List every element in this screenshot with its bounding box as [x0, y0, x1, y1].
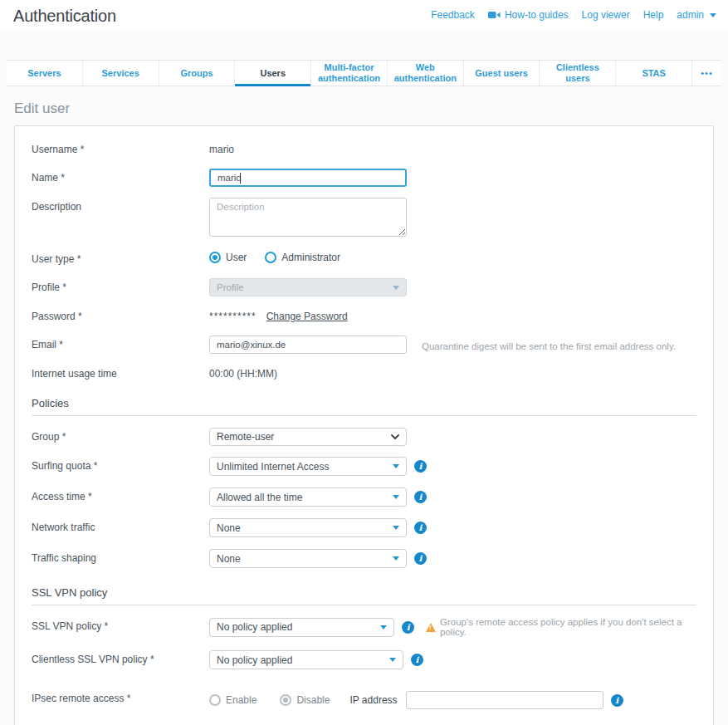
traffic-shaping-value: None: [217, 553, 241, 565]
video-camera-icon: [488, 11, 501, 19]
ipsec-disable-radio: Disable: [280, 694, 330, 706]
email-label: Email *: [32, 336, 209, 350]
password-label: Password *: [32, 307, 209, 322]
network-traffic-dropdown[interactable]: None: [209, 518, 407, 537]
profile-placeholder: Profile: [217, 282, 244, 292]
internet-usage-row: Internet usage time 00:00 (HH:MM): [32, 365, 696, 382]
tab-guest-users[interactable]: Guest users: [463, 61, 540, 86]
radio-icon: [280, 694, 291, 706]
name-input[interactable]: [209, 169, 407, 187]
ipsec-enable-radio: Enable: [209, 694, 257, 706]
help-link[interactable]: Help: [643, 9, 664, 21]
surfing-quota-label: Surfing quota *: [32, 457, 209, 472]
user-type-user-radio[interactable]: User: [209, 252, 247, 263]
username-label: Username *: [32, 140, 209, 155]
tab-servers[interactable]: Servers: [7, 61, 82, 86]
ipsec-remote-access-row: IPsec remote access * Enable Disable IP …: [32, 689, 696, 709]
radio-icon: [209, 694, 221, 706]
howto-guides-link[interactable]: How-to guides: [488, 9, 569, 21]
tab-multi-factor-authentication[interactable]: Multi-factor authentication: [310, 61, 387, 86]
username-value: mario: [209, 140, 234, 155]
password-row: Password * ********** Change Password: [32, 307, 696, 325]
traffic-shaping-dropdown[interactable]: None: [209, 549, 407, 568]
info-icon[interactable]: [411, 654, 423, 666]
email-row: Email * Quarantine digest will be sent t…: [32, 336, 696, 354]
username-row: Username * mario: [32, 140, 696, 158]
info-icon[interactable]: [611, 694, 623, 707]
description-textarea[interactable]: [209, 198, 407, 237]
radio-icon: [209, 252, 221, 263]
chevron-down-icon: [393, 286, 399, 290]
info-icon[interactable]: [402, 621, 414, 634]
profile-label: Profile *: [32, 278, 209, 293]
clientless-ssl-vpn-policy-row: Clientless SSL VPN policy * No policy ap…: [32, 650, 696, 669]
surfing-quota-dropdown[interactable]: Unlimited Internet Access: [209, 457, 407, 476]
warning-icon: [426, 623, 436, 632]
info-icon[interactable]: [414, 522, 427, 534]
profile-select: Profile: [209, 278, 407, 296]
network-traffic-row: Network traffic None: [32, 518, 696, 537]
access-time-label: Access time *: [32, 487, 209, 502]
tab-services[interactable]: Services: [82, 61, 159, 86]
ssl-vpn-policy-warning-text: Group's remote access policy applies if …: [440, 617, 696, 637]
edit-user-title: Edit user: [14, 100, 714, 117]
user-type-label: User type *: [32, 250, 209, 265]
group-label: Group *: [32, 428, 209, 443]
change-password-link[interactable]: Change Password: [266, 307, 348, 322]
tab-bar: Servers Services Groups Users Multi-fact…: [7, 60, 721, 86]
group-row: Group * Remote-user: [32, 428, 696, 446]
howto-guides-label: How-to guides: [505, 9, 569, 21]
chevron-down-icon: [393, 464, 399, 468]
ipsec-ip-address-input[interactable]: [406, 691, 603, 709]
password-mask: **********: [209, 307, 257, 322]
ssl-vpn-policy-row: SSL VPN policy * No policy applied Group…: [32, 617, 696, 637]
clientless-ssl-vpn-policy-dropdown[interactable]: No policy applied: [209, 650, 403, 669]
internet-usage-value: 00:00 (HH:MM): [209, 365, 277, 380]
email-input[interactable]: [209, 336, 407, 354]
tab-groups[interactable]: Groups: [159, 61, 235, 86]
tab-users[interactable]: Users: [234, 61, 310, 86]
text-cursor: [240, 173, 241, 184]
info-icon[interactable]: [414, 552, 427, 565]
log-viewer-link[interactable]: Log viewer: [582, 9, 630, 21]
surfing-quota-row: Surfing quota * Unlimited Internet Acces…: [32, 457, 696, 476]
feedback-link[interactable]: Feedback: [431, 9, 475, 21]
admin-menu[interactable]: admin: [677, 9, 716, 21]
description-row: Description: [32, 198, 696, 237]
content-area: Edit user Username * mario Name * Des: [0, 86, 728, 725]
info-icon[interactable]: [414, 460, 427, 473]
user-type-user-label: User: [226, 252, 247, 263]
admin-label: admin: [677, 9, 704, 21]
user-type-administrator-radio[interactable]: Administrator: [265, 252, 340, 263]
tab-web-authentication[interactable]: Web authentication: [387, 61, 463, 86]
edit-user-panel: Username * mario Name * Description: [14, 125, 714, 725]
access-time-value: Allowed all the time: [217, 492, 302, 503]
network-traffic-label: Network traffic: [32, 518, 209, 533]
email-helper-text: Quarantine digest will be sent to the fi…: [422, 338, 676, 351]
tab-clientless-users[interactable]: Clientless users: [539, 61, 615, 86]
name-label: Name *: [32, 169, 209, 184]
chevron-down-icon: [380, 625, 387, 629]
page-title: Authentication: [13, 7, 116, 26]
group-value: Remote-user: [217, 431, 274, 443]
more-tabs-icon[interactable]: •••: [691, 61, 721, 86]
profile-row: Profile * Profile: [32, 278, 696, 296]
clientless-ssl-vpn-policy-value: No policy applied: [217, 654, 292, 666]
group-select[interactable]: Remote-user: [209, 428, 407, 446]
ipsec-enable-label: Enable: [226, 694, 257, 706]
info-icon[interactable]: [414, 491, 427, 503]
tab-stas[interactable]: STAS: [615, 61, 691, 86]
chevron-down-icon: [710, 13, 716, 17]
ipsec-disable-label: Disable: [296, 694, 330, 706]
ipsec-remote-access-label: IPsec remote access *: [32, 689, 209, 704]
access-time-dropdown[interactable]: Allowed all the time: [209, 487, 407, 507]
clientless-ssl-vpn-policy-label: Clientless SSL VPN policy *: [32, 650, 209, 665]
surfing-quota-value: Unlimited Internet Access: [217, 461, 329, 473]
ssl-vpn-policy-dropdown[interactable]: No policy applied: [209, 618, 394, 637]
access-time-row: Access time * Allowed all the time: [32, 487, 696, 507]
description-label: Description: [32, 198, 209, 213]
chevron-down-icon: [393, 526, 399, 530]
chevron-down-icon: [389, 658, 396, 662]
ssl-vpn-section-heading: SSL VPN policy: [32, 586, 696, 605]
network-traffic-value: None: [217, 522, 241, 534]
